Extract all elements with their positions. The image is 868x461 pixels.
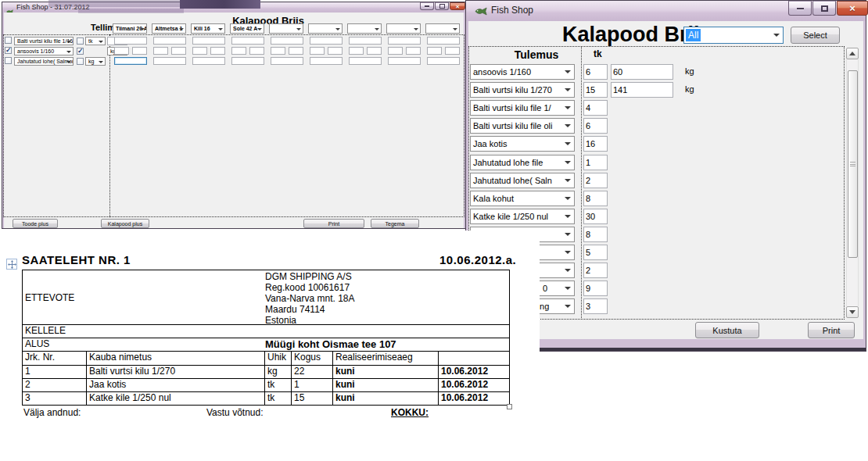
kg-input[interactable] bbox=[611, 82, 673, 98]
tk-input[interactable] bbox=[583, 191, 608, 206]
grid-input[interactable] bbox=[310, 47, 325, 55]
address-line: Vana-Narva mnt. 18A bbox=[265, 293, 355, 304]
tk-input[interactable] bbox=[583, 82, 608, 98]
product-dropdown[interactable]: ansoovis 1/160 bbox=[470, 64, 575, 80]
grid-input[interactable] bbox=[289, 47, 303, 55]
product-dropdown[interactable]: Balti vurtsi kilu file oli bbox=[470, 118, 575, 134]
alus-cell: ALUS Müügi koht Oismae tee 107 bbox=[23, 338, 510, 352]
grid-input[interactable] bbox=[427, 57, 460, 65]
shop-column-dropdown[interactable] bbox=[347, 23, 382, 34]
item-date: 10.06.2012 bbox=[439, 366, 510, 379]
grid-input[interactable] bbox=[114, 57, 147, 65]
chevron-down-icon bbox=[565, 197, 571, 200]
product-dropdown[interactable]: Katke kile 1/250 nul bbox=[470, 209, 575, 224]
grid-input[interactable] bbox=[310, 37, 343, 45]
scrollbar-track[interactable] bbox=[846, 59, 859, 306]
tk-input[interactable] bbox=[583, 155, 608, 170]
grid-input[interactable] bbox=[427, 37, 460, 45]
chevron-down-icon bbox=[453, 28, 457, 30]
shop-column-dropdown[interactable]: Sole 42 A bbox=[230, 23, 264, 34]
grid-input[interactable] bbox=[427, 47, 442, 55]
combo-value: Kala kohut bbox=[471, 194, 574, 203]
grid-input[interactable] bbox=[349, 47, 364, 55]
grid-input[interactable] bbox=[271, 47, 285, 55]
product-dropdown[interactable]: Kala kohut bbox=[470, 191, 575, 206]
scroll-down-button[interactable] bbox=[846, 306, 859, 318]
tk-input[interactable] bbox=[583, 281, 608, 296]
grid-input[interactable] bbox=[388, 37, 421, 45]
print-button[interactable]: Print bbox=[808, 322, 855, 338]
item-name: Katke kile 1/250 nul bbox=[87, 392, 265, 406]
shop-column-dropdown[interactable]: Tiimani 20 A bbox=[113, 23, 147, 34]
order-window: Fish Shop - 31.07.2012 × Kalapood Briis … bbox=[2, 2, 466, 229]
grid-input[interactable] bbox=[367, 47, 382, 55]
kg-input[interactable] bbox=[611, 64, 673, 80]
grid-input[interactable] bbox=[271, 57, 303, 65]
grid-input[interactable] bbox=[388, 57, 421, 65]
shop-column-dropdown[interactable] bbox=[386, 23, 421, 34]
grid-input[interactable] bbox=[310, 57, 343, 65]
grid-input[interactable] bbox=[349, 57, 382, 65]
scrollbar-thumb[interactable] bbox=[848, 70, 858, 258]
shop-column-dropdown[interactable] bbox=[308, 23, 343, 34]
grid-input[interactable] bbox=[153, 57, 186, 65]
tk-input[interactable] bbox=[583, 245, 608, 260]
grid-input[interactable] bbox=[114, 47, 129, 55]
grid-input[interactable] bbox=[328, 47, 343, 55]
grid-input[interactable] bbox=[210, 47, 225, 55]
tk-input[interactable] bbox=[583, 173, 608, 188]
supplier-address: DGM SHIPPING A/S Reg.kood 10061617 Vana-… bbox=[265, 271, 355, 325]
move-handle-icon[interactable] bbox=[6, 259, 17, 270]
grid-input[interactable] bbox=[349, 37, 382, 45]
scroll-up-button[interactable] bbox=[846, 48, 859, 59]
kustuta-button[interactable]: Kustuta bbox=[695, 322, 759, 338]
product-dropdown[interactable]: Balti vurtsi kilu file 1/ bbox=[470, 100, 575, 116]
combo-value: Jaa kotis bbox=[471, 139, 574, 148]
tk-input[interactable] bbox=[583, 64, 608, 80]
shop-column-dropdown[interactable]: Kili 16 bbox=[191, 23, 225, 34]
vastu-votnud-label: Vastu võtnud: bbox=[206, 407, 264, 418]
toode-plus-button[interactable]: Toode plus bbox=[13, 219, 58, 228]
tk-input[interactable] bbox=[583, 263, 608, 278]
tk-input[interactable] bbox=[583, 100, 608, 116]
tk-input[interactable] bbox=[583, 298, 608, 314]
grid-input[interactable] bbox=[171, 47, 186, 55]
shop-column-dropdown[interactable]: Altmetsa 1 bbox=[152, 23, 186, 34]
ettevote-cell: ETTEVOTE DGM SHIPPING A/S Reg.kood 10061… bbox=[23, 270, 510, 325]
grid-input[interactable] bbox=[406, 47, 421, 55]
grid-input[interactable] bbox=[231, 57, 264, 65]
product-dropdown[interactable]: Jahutatud lohe( Saln bbox=[470, 173, 575, 188]
chevron-down-icon bbox=[565, 287, 571, 290]
grid-input[interactable] bbox=[192, 47, 207, 55]
shop-column-dropdown[interactable] bbox=[425, 23, 460, 34]
grid-input[interactable] bbox=[271, 37, 303, 45]
grid-input[interactable] bbox=[153, 47, 168, 55]
kalapood-plus-button[interactable]: Kalapood plus bbox=[101, 219, 149, 228]
grid-input[interactable] bbox=[192, 57, 225, 65]
tk-input[interactable] bbox=[583, 136, 608, 152]
tk-input[interactable] bbox=[583, 118, 608, 134]
chevron-down-icon bbox=[565, 70, 571, 73]
product-dropdown[interactable]: Jaa kotis bbox=[470, 136, 575, 152]
product-dropdown[interactable]: Jahutatud lohe file bbox=[470, 155, 575, 170]
grid-input[interactable] bbox=[231, 37, 264, 45]
grid-input[interactable] bbox=[114, 37, 147, 45]
grid-input[interactable] bbox=[445, 47, 460, 55]
resize-handle[interactable] bbox=[507, 404, 512, 409]
grid-input[interactable] bbox=[132, 47, 147, 55]
grid-input[interactable] bbox=[249, 47, 264, 55]
grid-input[interactable] bbox=[192, 37, 225, 45]
col-header: Jrk. Nr. bbox=[23, 352, 87, 366]
product-dropdown[interactable]: Balti vurtsi kilu 1/270 bbox=[470, 82, 575, 98]
item-real: kuni bbox=[333, 379, 439, 392]
item-qty: 1 bbox=[292, 379, 333, 392]
shop-column-dropdown[interactable] bbox=[269, 23, 303, 34]
tk-input[interactable] bbox=[583, 227, 608, 242]
table-row: 3 Katke kile 1/250 nul tk 15 kuni 10.06.… bbox=[23, 392, 510, 406]
tegema-button[interactable]: Tegema bbox=[371, 219, 419, 228]
grid-input[interactable] bbox=[388, 47, 403, 55]
grid-input[interactable] bbox=[231, 47, 246, 55]
print-button[interactable]: Print bbox=[303, 219, 364, 228]
grid-input[interactable] bbox=[153, 37, 186, 45]
tk-input[interactable] bbox=[583, 209, 608, 224]
